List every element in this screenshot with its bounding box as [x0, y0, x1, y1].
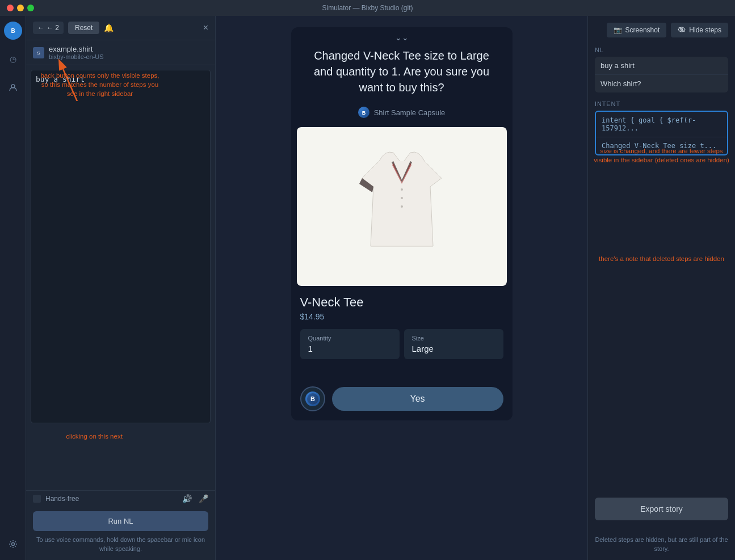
nl-item-1: buy a shirt [595, 57, 728, 75]
intent-item-2: Changed V-Neck Tee size t... [596, 137, 727, 154]
size-box: Size Large [404, 329, 503, 359]
nl-input[interactable]: buy a shirt [31, 70, 211, 423]
product-name: V-Neck Tee [300, 295, 503, 310]
left-panel-header: ← ← 2 Reset 🔔 × [26, 16, 215, 40]
size-label: Size [412, 335, 495, 342]
main-layout: B ◷ ← ← 2 Reset 🔔 [0, 16, 735, 560]
eye-icon [678, 26, 686, 34]
bixby-logo: B [305, 391, 320, 406]
deleted-note: Deleted steps are hidden, but are still … [595, 536, 728, 553]
run-nl-button[interactable]: Run NL [33, 511, 208, 531]
nl-item-2: Which shirt? [595, 75, 728, 92]
capsule-brand: B Shirt Sample Capsule [291, 107, 513, 127]
svg-text:B: B [362, 110, 366, 116]
sim-message: Changed V-Neck Tee size to Large and qua… [291, 48, 513, 107]
traffic-lights [7, 5, 34, 11]
simulator-card: ⌄⌄ Changed V-Neck Tee size to Large and … [291, 27, 513, 420]
right-panel-header: 📷 Screenshot Hide steps [595, 23, 728, 37]
screenshot-button[interactable]: 📷 Screenshot [607, 23, 667, 37]
notification-button[interactable]: 🔔 [104, 23, 114, 32]
title-bar: Simulator — Bixby Studio (git) [0, 0, 735, 16]
shirt-image [297, 127, 507, 286]
product-info: V-Neck Tee $14.95 Quantity 1 Size Large [291, 286, 513, 377]
svg-point-9 [401, 197, 403, 199]
capsule-info: S example.shirt bixby-mobile-en-US [26, 40, 215, 65]
back-count-label: ← 2 [47, 24, 59, 32]
intent-section-label: INTENT [595, 100, 728, 107]
hands-free-label: Hands-free [45, 495, 79, 503]
nl-section-label: NL [595, 47, 728, 53]
right-panel: 📷 Screenshot Hide steps NL buy a shirt W… [587, 16, 735, 560]
svg-point-10 [401, 205, 403, 208]
left-panel: ← ← 2 Reset 🔔 × S example.shirt bixby-mo… [26, 16, 216, 560]
bixby-button[interactable]: B [300, 386, 325, 411]
hands-free-icons: 🔊 🎤 [182, 494, 208, 503]
camera-icon: 📷 [614, 26, 622, 34]
export-story-button[interactable]: Export story [595, 498, 728, 520]
capsule-icon: S [33, 47, 44, 58]
speaker-icon: 🔊 [182, 494, 192, 503]
yes-button[interactable]: Yes [332, 387, 503, 411]
size-value: Large [412, 344, 495, 353]
svg-point-8 [401, 188, 403, 191]
capsule-id: bixby-mobile-en-US [49, 53, 104, 60]
capsule-details: example.shirt bixby-mobile-en-US [49, 45, 104, 60]
mic-icon: 🎤 [199, 494, 208, 503]
intent-box: intent { goal { $ref(r-157912... Changed… [595, 111, 728, 155]
history-icon-btn[interactable]: ◷ [4, 50, 22, 68]
center-panel: ⌄⌄ Changed V-Neck Tee size to Large and … [216, 16, 587, 560]
close-traffic-light[interactable] [7, 5, 14, 11]
svg-text:B: B [11, 28, 15, 34]
svg-point-3 [11, 543, 14, 546]
nl-box: buy a shirt Which shirt? [595, 57, 728, 92]
quantity-label: Quantity [308, 335, 392, 342]
nl-input-area: buy a shirt back button counts only the … [26, 65, 215, 490]
svg-text:B: B [310, 395, 315, 402]
minimize-traffic-light[interactable] [17, 5, 24, 11]
close-button[interactable]: × [203, 23, 208, 33]
product-options: Quantity 1 Size Large [300, 329, 503, 359]
chevron-icon: ⌄⌄ [291, 27, 513, 48]
deleted-note-annotation: there's a note that deleted steps are hi… [593, 254, 730, 263]
icon-sidebar: B ◷ [0, 16, 26, 560]
history-icon: ◷ [10, 54, 16, 64]
action-bar: B Yes [291, 377, 513, 420]
brand-name: Shirt Sample Capsule [374, 108, 446, 117]
hands-free-bar: Hands-free 🔊 🎤 [26, 490, 215, 507]
back-button[interactable]: ← ← 2 [33, 22, 64, 34]
hands-free-checkbox[interactable] [33, 495, 41, 503]
product-price: $14.95 [300, 312, 503, 321]
maximize-traffic-light[interactable] [27, 5, 34, 11]
back-arrow-icon: ← [37, 24, 44, 32]
quantity-value: 1 [308, 344, 392, 353]
gear-icon-btn[interactable] [4, 535, 22, 553]
capsule-name: example.shirt [49, 45, 104, 53]
screenshot-label: Screenshot [625, 26, 660, 34]
user-icon-btn[interactable] [4, 78, 22, 96]
window-title: Simulator — Bixby Studio (git) [322, 4, 413, 12]
reset-button[interactable]: Reset [68, 22, 99, 34]
bixby-icon-btn[interactable]: B [4, 22, 22, 40]
voice-hint: To use voice commands, hold down the spa… [26, 536, 215, 560]
hide-steps-label: Hide steps [689, 26, 721, 34]
bell-icon: 🔔 [104, 23, 114, 32]
hide-steps-button[interactable]: Hide steps [671, 23, 728, 37]
svg-text:S: S [37, 50, 40, 56]
quantity-box: Quantity 1 [300, 329, 400, 359]
close-icon: × [203, 23, 208, 32]
intent-item-1: intent { goal { $ref(r-157912... [596, 112, 727, 137]
brand-icon: B [358, 107, 369, 118]
